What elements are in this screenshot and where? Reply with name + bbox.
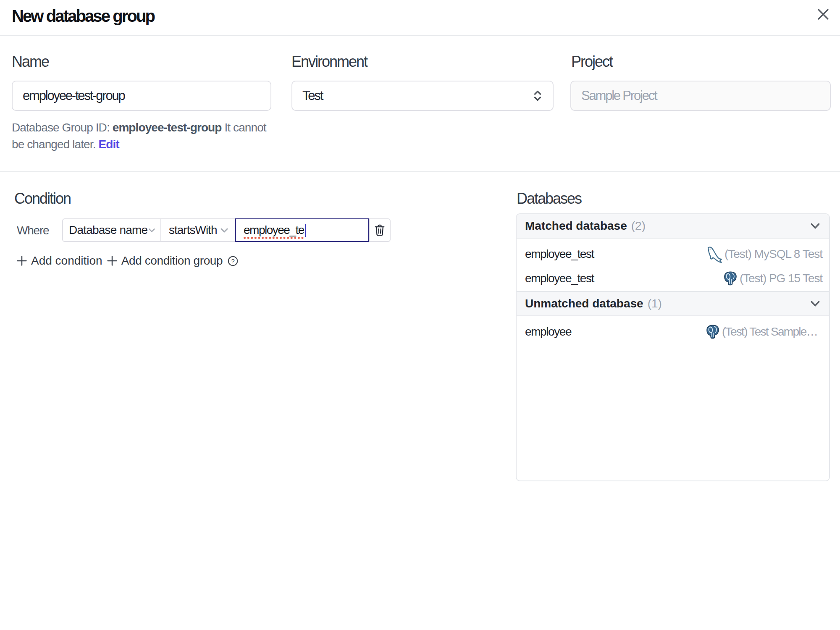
svg-text:?: ? [231, 257, 235, 264]
